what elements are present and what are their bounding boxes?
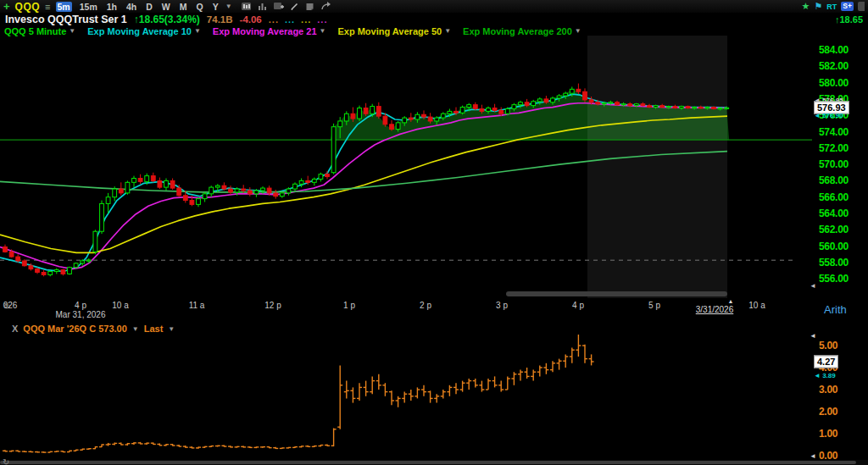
share-icon[interactable]	[320, 2, 331, 11]
candle-body	[93, 231, 97, 252]
watchlist-icon[interactable]: ≡	[45, 2, 50, 12]
candle-body	[326, 174, 330, 177]
candle-body	[242, 189, 246, 191]
candle-body	[312, 179, 316, 182]
chevron-down-icon[interactable]: ▼	[320, 27, 326, 35]
timeframe-15m[interactable]: 15m	[78, 2, 99, 12]
now-marker-icon: ▲	[728, 298, 734, 304]
price-tick: 574.00	[819, 126, 849, 138]
candle-body	[615, 102, 620, 105]
candle-body	[487, 108, 491, 112]
trading-app: + QQQ ≡ 5m15m1h4hDWMQY ▼ ★ ⚑ RT S+ Inves…	[0, 0, 868, 465]
price-tick: 562.00	[819, 224, 849, 235]
timeframe-M[interactable]: M	[178, 2, 189, 12]
draw-icon[interactable]	[290, 2, 299, 11]
jump-to-latest-icon-lower[interactable]: ↻	[3, 457, 9, 465]
timeframe-1h[interactable]: 1h	[105, 2, 119, 12]
option-chart[interactable]	[0, 322, 812, 460]
loading-dots: ............	[269, 14, 334, 25]
cut-off-icon[interactable]	[858, 2, 865, 11]
candle-body	[505, 108, 509, 113]
candle-body	[705, 108, 709, 108]
field-dropdown-icon[interactable]: ▼	[168, 325, 175, 333]
option-chart-scrollbar[interactable]: ↻	[0, 460, 868, 465]
candle-body	[170, 180, 175, 188]
volume-value: 74.1B	[207, 14, 233, 25]
timeframe-D[interactable]: D	[144, 2, 154, 12]
candle-body	[280, 193, 284, 197]
loading-dots-3: ...	[317, 14, 327, 25]
candle-body	[428, 117, 432, 121]
candle-body	[209, 187, 214, 194]
option-legend: X QQQ Mar '26Q C 573.00 ▼ Last ▼	[12, 324, 175, 334]
candle-body	[358, 108, 362, 119]
price-tick: 580.00	[819, 77, 849, 89]
main-chart[interactable]	[0, 36, 812, 298]
option-dropdown-icon[interactable]: ▼	[132, 325, 139, 333]
legend-item-3[interactable]: Exp Moving Average 50▼	[337, 26, 451, 36]
candle-body	[190, 201, 194, 205]
candle-body	[351, 113, 355, 119]
candle-body	[267, 188, 271, 193]
candle-body	[415, 114, 420, 119]
candle-body	[473, 105, 477, 109]
candle-body	[641, 104, 645, 106]
main-scrollbar-thumb[interactable]	[506, 291, 727, 296]
candle-body	[467, 105, 471, 108]
price-tick: 560.00	[819, 241, 849, 252]
option-field-label[interactable]: Last	[144, 324, 164, 334]
time-axis[interactable]: ↻ Arith 4 pMar 31, 202610 a11 a12 p1 p2 …	[0, 298, 868, 322]
candle-body	[319, 174, 323, 180]
legend-item-0[interactable]: QQQ 5 Minute▼	[4, 26, 75, 36]
candle-body	[100, 203, 104, 231]
candle-body	[602, 103, 606, 104]
price-tick: 578.00	[819, 93, 849, 105]
toolbar-icons	[241, 2, 331, 11]
timeframe-4h[interactable]: 4h	[125, 2, 138, 12]
splus-badge[interactable]: S+	[841, 2, 854, 11]
chart-style-icon[interactable]	[241, 2, 252, 11]
candle-body	[673, 107, 677, 108]
candle-body	[203, 194, 207, 199]
timeframe-W[interactable]: W	[160, 2, 172, 12]
candle-body	[570, 89, 574, 93]
price-axis[interactable]: 584.00582.00580.00578.00576.00574.00572.…	[812, 36, 868, 298]
candle-body	[634, 104, 638, 106]
scale-type-label[interactable]: Arith	[824, 303, 847, 316]
legend-item-4[interactable]: Exp Moving Average 200▼	[463, 26, 581, 36]
add-symbol-icon[interactable]: +	[3, 1, 10, 12]
chevron-down-icon[interactable]: ▼	[69, 27, 75, 35]
chevron-down-icon[interactable]: ▼	[575, 27, 581, 35]
timeframe-Q[interactable]: Q	[195, 2, 205, 12]
legend-item-2[interactable]: Exp Moving Average 21▼	[213, 26, 326, 36]
candle-body	[68, 268, 72, 274]
volume-icon[interactable]	[258, 2, 267, 11]
option-series-title[interactable]: QQQ Mar '26Q C 573.00	[23, 324, 126, 334]
candle-body	[648, 106, 652, 108]
timeframe-5m[interactable]: 5m	[56, 2, 72, 12]
candle-body	[621, 104, 626, 105]
option-price-tick: 5.00	[819, 340, 837, 352]
candle-body	[364, 108, 368, 114]
favorite-star-icon[interactable]: ★	[802, 1, 810, 12]
timeframe-dropdown-icon[interactable]: ▼	[225, 3, 232, 10]
candle-body	[680, 107, 684, 108]
candle-body	[125, 182, 130, 193]
legend-label: Exp Moving Average 10	[87, 26, 192, 36]
price-tick: 558.00	[819, 257, 849, 268]
chevron-down-icon[interactable]: ▼	[444, 27, 451, 35]
symbol-label[interactable]: QQQ	[15, 1, 41, 13]
timeframe-Y[interactable]: Y	[211, 2, 220, 12]
add-study-icon[interactable]	[273, 2, 284, 11]
close-pane-button[interactable]: X	[12, 324, 18, 334]
notes-icon[interactable]	[305, 2, 314, 11]
chevron-down-icon[interactable]: ▼	[194, 27, 201, 35]
candle-body	[113, 189, 117, 197]
candle-body	[183, 196, 187, 201]
legend-item-1[interactable]: Exp Moving Average 10▼	[87, 26, 201, 36]
candle-body	[151, 176, 155, 181]
candle-body	[229, 189, 233, 192]
scrollbar-thumb[interactable]	[0, 461, 856, 464]
option-price-axis[interactable]: 5.004.003.002.001.000.00	[812, 322, 868, 460]
flag-icon[interactable]: ⚑	[814, 1, 822, 12]
